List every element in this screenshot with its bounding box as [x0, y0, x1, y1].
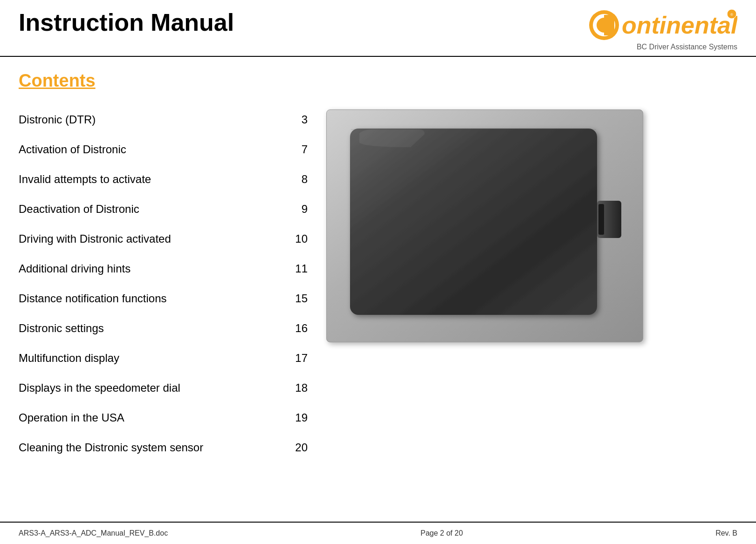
- toc-page-number: 20: [284, 441, 308, 454]
- toc-item: Driving with Distronic activated10: [19, 224, 308, 254]
- continental-logo: ontinental ®: [588, 9, 737, 41]
- toc-item: Invalid attempts to activate8: [19, 164, 308, 194]
- toc-item: Activation of Distronic7: [19, 135, 308, 164]
- toc-page-number: 11: [284, 262, 308, 275]
- toc-item: Distance notification functions15: [19, 284, 308, 313]
- device-image: [326, 109, 643, 342]
- toc-page-number: 10: [284, 232, 308, 245]
- toc-label: Deactivation of Distronic: [19, 203, 284, 216]
- toc-label: Additional driving hints: [19, 262, 284, 275]
- toc-item: Distronic settings16: [19, 313, 308, 343]
- toc-page-number: 16: [284, 322, 308, 335]
- toc-page-number: 15: [284, 292, 308, 305]
- svg-rect-10: [598, 204, 604, 235]
- header: Instruction Manual ontinental ® BC Drive…: [0, 0, 756, 57]
- footer-revision: Rev. B: [715, 529, 737, 537]
- image-section: [326, 105, 737, 512]
- toc-item: Displays in the speedometer dial18: [19, 373, 308, 403]
- toc-page-number: 18: [284, 381, 308, 394]
- toc-item: Cleaning the Distronic system sensor20: [19, 433, 308, 462]
- toc-item: Deactivation of Distronic9: [19, 194, 308, 224]
- toc-label: Activation of Distronic: [19, 143, 284, 156]
- device-svg: [327, 110, 643, 342]
- svg-rect-7: [350, 129, 597, 315]
- contents-heading: Contents: [19, 71, 737, 91]
- toc-label: Driving with Distronic activated: [19, 232, 284, 245]
- svg-rect-2: [604, 15, 614, 35]
- main-content: Contents Distronic (DTR)3Activation of D…: [0, 57, 756, 522]
- toc-label: Cleaning the Distronic system sensor: [19, 441, 284, 454]
- svg-text:ontinental: ontinental: [622, 12, 737, 39]
- toc-section: Distronic (DTR)3Activation of Distronic7…: [19, 105, 308, 512]
- toc-item: Additional driving hints11: [19, 254, 308, 284]
- toc-label: Displays in the speedometer dial: [19, 381, 284, 394]
- toc-page-number: 3: [284, 113, 308, 126]
- toc-label: Distronic (DTR): [19, 113, 284, 126]
- content-body: Distronic (DTR)3Activation of Distronic7…: [19, 105, 737, 512]
- page-wrapper: Instruction Manual ontinental ® BC Drive…: [0, 0, 756, 544]
- toc-label: Invalid attempts to activate: [19, 173, 284, 186]
- toc-label: Distronic settings: [19, 322, 284, 335]
- toc-page-number: 8: [284, 173, 308, 186]
- toc-page-number: 17: [284, 352, 308, 365]
- footer: ARS3-A_ARS3-A_ADC_Manual_REV_B.doc Page …: [0, 522, 756, 544]
- page-title: Instruction Manual: [19, 9, 234, 36]
- toc-item: Operation in the USA19: [19, 403, 308, 433]
- logo-subtitle: BC Driver Assistance Systems: [637, 43, 737, 51]
- toc-page-number: 7: [284, 143, 308, 156]
- toc-item: Multifunction display17: [19, 343, 308, 373]
- toc-page-number: 19: [284, 411, 308, 424]
- toc-page-number: 9: [284, 203, 308, 216]
- footer-page: Page 2 of 20: [420, 529, 463, 537]
- svg-text:®: ®: [730, 13, 733, 17]
- toc-label: Multifunction display: [19, 352, 284, 365]
- footer-filename: ARS3-A_ARS3-A_ADC_Manual_REV_B.doc: [19, 529, 168, 537]
- toc-item: Distronic (DTR)3: [19, 105, 308, 135]
- logo-container: ontinental ® BC Driver Assistance System…: [588, 9, 737, 51]
- toc-label: Distance notification functions: [19, 292, 284, 305]
- toc-label: Operation in the USA: [19, 411, 284, 424]
